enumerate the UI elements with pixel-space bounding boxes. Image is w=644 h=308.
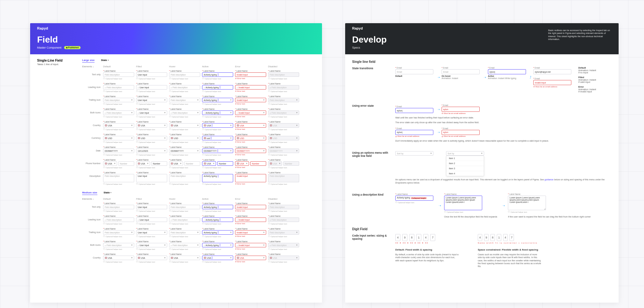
description-textarea[interactable]: Actively typingCollapsed height	[395, 196, 433, 201]
text-input[interactable]: USD▾	[103, 136, 134, 140]
text-input[interactable]: USD▾	[136, 136, 167, 140]
phone-country-select[interactable]: USA▾	[202, 161, 216, 166]
menu-item[interactable]: Item 1	[446, 156, 484, 161]
text-input[interactable]: Field description▾	[103, 230, 134, 235]
text-input[interactable]: Actively typing▾	[202, 98, 233, 102]
text-input[interactable]: USA▾	[268, 123, 299, 128]
digit-box[interactable]: 1	[497, 234, 501, 241]
text-input[interactable]: User input▾	[136, 230, 167, 235]
text-input[interactable]: Invalid input	[533, 80, 571, 85]
text-input[interactable]: Actively typing▾	[202, 230, 233, 235]
tab-size[interactable]: Large size	[82, 59, 95, 63]
digit-box[interactable]: 4	[503, 234, 508, 241]
text-input[interactable]: USA▾	[169, 256, 200, 260]
description-textarea[interactable]: Field description	[103, 174, 134, 182]
text-input[interactable]: Field description	[103, 205, 134, 209]
text-input[interactable]: USA▾	[136, 256, 167, 260]
text-input[interactable]: USA▾	[235, 256, 266, 260]
text-input[interactable]: USA▾	[103, 123, 134, 128]
phone-country-select[interactable]: USA▾	[169, 161, 183, 166]
description-textarea[interactable]: Actively typing	[202, 174, 233, 182]
text-input[interactable]: ⌕Field description▾	[103, 243, 134, 247]
phone-country-select[interactable]: USA▾	[268, 161, 282, 166]
text-input[interactable]: ⌕Invalid input▾	[235, 243, 266, 247]
text-input[interactable]: eyton	[442, 107, 480, 112]
menu-item[interactable]: Item 4	[446, 171, 484, 176]
text-input[interactable]: ⌕Field description	[268, 85, 299, 90]
description-textarea[interactable]: Lorem ipsum Lorem ipsumLorem ipsumLorem …	[508, 196, 546, 210]
text-input[interactable]: DD/MM/YYYY▾	[103, 149, 134, 153]
text-input[interactable]: Email	[442, 69, 480, 74]
text-input[interactable]: ⌕User input	[136, 85, 167, 90]
text-input[interactable]: Actively typing	[202, 72, 233, 77]
digit-box[interactable]: 9	[484, 234, 489, 241]
text-input[interactable]: Field description▾	[103, 98, 134, 102]
digit-box[interactable]: 4	[478, 234, 482, 241]
text-input[interactable]: ⌕Field description▾	[103, 110, 134, 115]
text-input[interactable]: ⌕Invalid input▾	[235, 110, 266, 115]
phone-number-input[interactable]: Number	[250, 161, 266, 166]
text-input[interactable]: eyton	[442, 130, 480, 135]
text-input[interactable]: 13/11/2023▾	[136, 149, 167, 153]
text-input[interactable]: ⌕Actively typing▾	[202, 110, 233, 115]
text-input[interactable]: ⌕Actively typing	[202, 85, 233, 90]
text-input[interactable]: ⌕Field description	[103, 218, 134, 222]
text-input[interactable]: ⌕User input▾	[136, 243, 167, 247]
digit-box[interactable]: 9	[402, 234, 407, 241]
menu-item[interactable]: Item 3	[446, 166, 484, 171]
text-input[interactable]: USA▾	[136, 123, 167, 128]
description-textarea[interactable]: Field description	[169, 174, 200, 182]
text-input[interactable]: Field description	[169, 205, 200, 209]
text-input[interactable]: ⌕Invalid input	[235, 85, 266, 90]
text-input[interactable]: Email	[395, 69, 433, 74]
phone-country-select[interactable]: USA▾	[103, 161, 117, 166]
text-input[interactable]: Field description	[268, 205, 299, 209]
text-input[interactable]: ⌕Actively typing▾	[202, 243, 233, 247]
description-textarea[interactable]: User input	[136, 174, 167, 182]
tab-size[interactable]: Medium size	[82, 191, 97, 195]
text-input[interactable]: ⌕User input▾	[136, 110, 167, 115]
text-input[interactable]: DD/MM/YYYY▾	[268, 149, 299, 153]
digit-box[interactable]: 8	[490, 234, 495, 241]
text-input[interactable]: Field description	[169, 72, 200, 77]
digit-box[interactable]: 1	[416, 234, 421, 241]
phone-country-select[interactable]: USA▾	[235, 161, 249, 166]
text-input[interactable]: USA▾	[235, 123, 266, 128]
description-textarea[interactable]: Lorem ipsum Lorem ipsumLorem ipsumLorem …	[444, 196, 482, 210]
text-input[interactable]: DD/MM/YYYY▾	[235, 149, 266, 153]
digit-box[interactable]: 4	[395, 234, 400, 241]
text-input[interactable]: USA▾	[202, 256, 233, 260]
text-input[interactable]: ⌕Field description	[268, 218, 299, 222]
text-input[interactable]: Field description	[103, 72, 134, 77]
description-textarea[interactable]: Invalid input	[235, 174, 266, 182]
phone-number-input[interactable]: Number	[217, 161, 233, 166]
guidance-link[interactable]: guidance	[544, 178, 553, 181]
digit-box[interactable]: 7	[509, 234, 514, 241]
text-input[interactable]: Field description▾	[169, 230, 200, 235]
text-input[interactable]: USD▾	[169, 136, 200, 140]
text-input[interactable]: USA▾	[169, 123, 200, 128]
digit-box[interactable]: 4	[423, 234, 428, 241]
text-input[interactable]: eyton|	[395, 130, 433, 135]
text-input[interactable]: Actively typing	[202, 205, 233, 209]
text-input[interactable]: USD▾	[268, 136, 299, 140]
text-input[interactable]: USD▾	[235, 136, 266, 140]
text-input[interactable]: USA▾	[268, 256, 299, 260]
text-input[interactable]: USA▾	[202, 123, 233, 128]
sort-select[interactable]: Sort by▾	[395, 151, 433, 156]
text-input[interactable]: Invalid input	[235, 205, 266, 209]
description-textarea[interactable]: Field description	[268, 174, 299, 182]
phone-number-input[interactable]: Number	[283, 161, 299, 166]
text-input[interactable]: eyton|	[488, 69, 526, 74]
text-input[interactable]: Invalid input▾	[235, 98, 266, 102]
text-input[interactable]: usd▾	[202, 136, 233, 140]
resize-handle-icon[interactable]	[543, 208, 545, 210]
text-input[interactable]: USA▾	[103, 256, 134, 260]
text-input[interactable]: DD/MM/YYYY▾	[202, 149, 233, 153]
text-input[interactable]: Field description▾	[268, 98, 299, 102]
text-input[interactable]: ⌕Field description	[103, 85, 134, 90]
digit-box[interactable]: 7	[430, 234, 435, 241]
sort-select[interactable]: Sort by▾	[446, 151, 484, 156]
text-input[interactable]: Field description▾	[268, 230, 299, 235]
text-input[interactable]: ⌕User input	[136, 218, 167, 222]
